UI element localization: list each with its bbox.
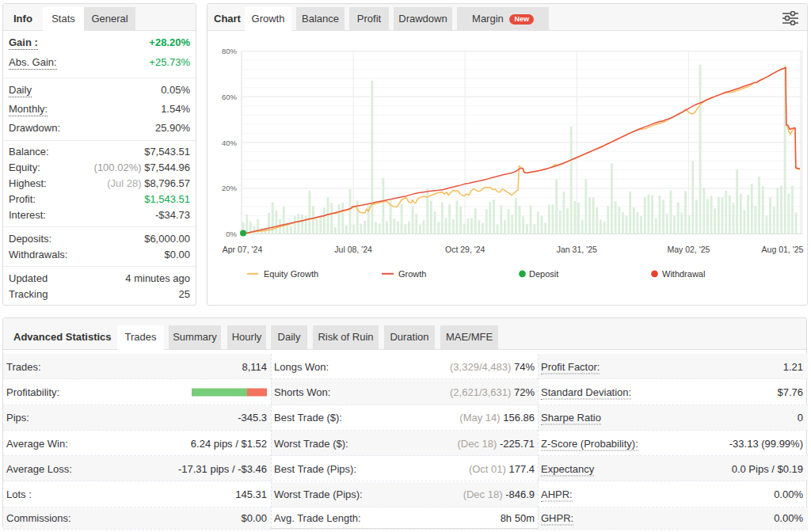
svg-text:Deposit: Deposit (529, 269, 558, 279)
svg-text:Withdrawal: Withdrawal (662, 269, 705, 279)
svg-text:Oct 29, '24: Oct 29, '24 (445, 245, 485, 254)
svg-text:20%: 20% (222, 184, 238, 192)
svg-text:Aug 01, '25: Aug 01, '25 (762, 245, 804, 254)
svg-text:Equity Growth: Equity Growth (264, 269, 318, 279)
svg-text:May 02, '25: May 02, '25 (667, 245, 710, 254)
svg-text:Jul 08, '24: Jul 08, '24 (334, 245, 372, 254)
svg-text:Jan 31, '25: Jan 31, '25 (557, 245, 597, 254)
svg-text:Apr 07, '24: Apr 07, '24 (223, 245, 263, 254)
svg-text:40%: 40% (222, 139, 238, 147)
svg-text:60%: 60% (222, 93, 238, 101)
svg-text:80%: 80% (222, 47, 238, 55)
svg-text:0%: 0% (226, 230, 237, 238)
svg-text:Growth: Growth (398, 269, 426, 279)
